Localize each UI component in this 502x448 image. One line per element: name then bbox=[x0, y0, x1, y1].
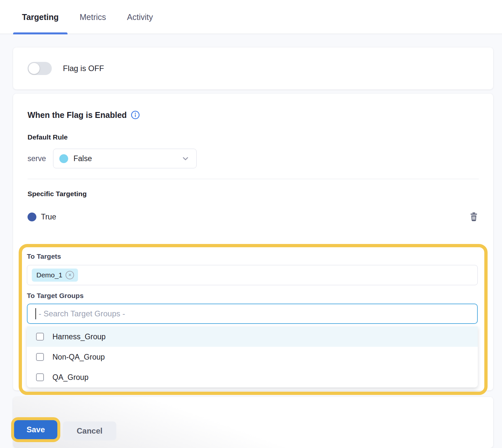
targeting-highlight-box: To Targets Demo_1 ✕ To Target Groups Har… bbox=[19, 244, 488, 395]
enabled-heading: When the Flag is Enabled bbox=[28, 110, 127, 120]
tab-metrics[interactable]: Metrics bbox=[71, 0, 115, 34]
false-variation-dot-icon bbox=[59, 154, 68, 163]
to-targets-label: To Targets bbox=[27, 252, 478, 260]
active-tab-underline bbox=[13, 32, 68, 34]
save-highlight-ring: Save bbox=[11, 417, 60, 442]
chip-remove-icon[interactable]: ✕ bbox=[66, 271, 74, 279]
specific-targeting-title: Specific Targeting bbox=[28, 190, 479, 198]
tab-targeting-label: Targeting bbox=[22, 12, 59, 22]
checkbox-icon[interactable] bbox=[36, 333, 44, 341]
checkbox-icon[interactable] bbox=[36, 353, 44, 361]
target-group-option-harness[interactable]: Harness_Group bbox=[27, 327, 478, 347]
target-group-option-label: Harness_Group bbox=[52, 332, 106, 341]
text-caret bbox=[35, 308, 36, 319]
delete-rule-button[interactable] bbox=[469, 212, 479, 222]
variation-select-value: False bbox=[73, 154, 181, 163]
flag-status-label: Flag is OFF bbox=[63, 64, 104, 73]
target-chip: Demo_1 ✕ bbox=[32, 269, 78, 282]
tab-activity-label: Activity bbox=[127, 12, 153, 22]
serve-label: serve bbox=[28, 154, 46, 163]
footer-actions-card: Save Cancel bbox=[13, 397, 493, 448]
save-button[interactable]: Save bbox=[14, 420, 57, 439]
target-groups-search-input[interactable] bbox=[27, 304, 478, 324]
enabled-heading-row: When the Flag is Enabled bbox=[28, 110, 479, 120]
target-groups-search-wrap bbox=[27, 304, 478, 324]
checkbox-icon[interactable] bbox=[36, 373, 44, 381]
default-rule-serve-row: serve False bbox=[28, 149, 479, 168]
cancel-button[interactable]: Cancel bbox=[63, 421, 116, 440]
specific-targeting-variation: True bbox=[41, 213, 56, 221]
default-rule-title: Default Rule bbox=[28, 133, 479, 141]
tab-activity[interactable]: Activity bbox=[118, 0, 162, 34]
to-target-groups-label: To Target Groups bbox=[27, 292, 478, 300]
flag-toggle-knob[interactable] bbox=[28, 63, 40, 74]
variation-select[interactable]: False bbox=[53, 149, 197, 168]
target-group-option-non-qa[interactable]: Non-QA_Group bbox=[27, 347, 478, 367]
page-header: Targeting Metrics Activity bbox=[0, 0, 502, 34]
tab-targeting[interactable]: Targeting bbox=[13, 0, 68, 34]
tab-bar: Targeting Metrics Activity bbox=[0, 0, 502, 34]
targeting-rules-card: When the Flag is Enabled Default Rule se… bbox=[13, 94, 493, 390]
tab-metrics-label: Metrics bbox=[80, 12, 106, 22]
target-groups-dropdown: Harness_Group Non-QA_Group QA_Group bbox=[27, 327, 478, 387]
target-chip-label: Demo_1 bbox=[36, 271, 62, 279]
true-variation-dot-icon bbox=[28, 213, 36, 221]
section-divider bbox=[28, 179, 479, 179]
targets-input[interactable]: Demo_1 ✕ bbox=[27, 265, 478, 285]
target-group-option-label: Non-QA_Group bbox=[52, 353, 105, 362]
trash-icon bbox=[469, 212, 478, 222]
info-icon[interactable] bbox=[131, 110, 140, 120]
chevron-down-icon bbox=[181, 154, 190, 163]
flag-toggle[interactable] bbox=[28, 62, 52, 75]
target-group-option-qa[interactable]: QA_Group bbox=[27, 367, 478, 387]
specific-targeting-variation-row: True bbox=[28, 212, 479, 222]
flag-status-card: Flag is OFF bbox=[13, 47, 493, 89]
target-group-option-label: QA_Group bbox=[52, 373, 88, 382]
